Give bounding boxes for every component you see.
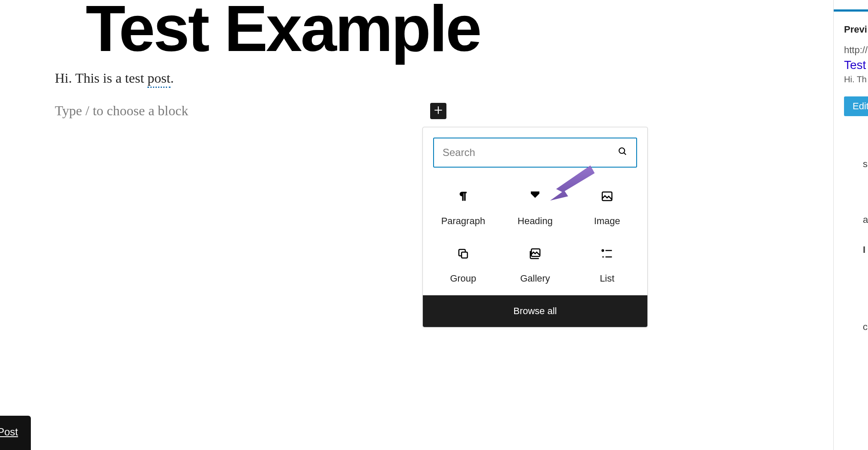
post-paragraph[interactable]: Hi. This is a test post. — [55, 70, 174, 86]
block-option-list[interactable]: List — [571, 240, 643, 284]
block-search-input[interactable]: Search — [433, 138, 637, 168]
block-option-image[interactable]: Image — [571, 182, 643, 227]
settings-sidebar: Previ http:// Test Hi. Th Edit s a I c — [833, 0, 868, 450]
view-post-snackbar[interactable]: w Post — [0, 416, 31, 450]
sidebar-cutoff-letter: I — [863, 244, 865, 255]
paragraph-icon — [457, 190, 469, 205]
sidebar-cutoff-letter: a — [863, 214, 868, 225]
block-option-gallery[interactable]: Gallery — [499, 240, 571, 284]
active-tab-indicator — [834, 9, 868, 12]
block-option-label: List — [600, 273, 614, 284]
block-option-label: Paragraph — [441, 216, 485, 227]
block-option-heading[interactable]: Heading — [499, 182, 571, 227]
sidebar-cutoff-letter: c — [863, 321, 868, 333]
paragraph-text-underlined: post — [147, 70, 170, 88]
edit-snippet-button[interactable]: Edit — [844, 96, 868, 116]
block-option-label: Gallery — [520, 273, 550, 284]
add-block-button[interactable] — [430, 103, 446, 119]
search-icon — [617, 146, 628, 159]
group-icon — [457, 247, 470, 263]
svg-rect-3 — [461, 252, 467, 258]
svg-point-5 — [602, 250, 604, 252]
preview-label: Previ — [844, 24, 868, 35]
post-title[interactable]: Test Example — [86, 0, 480, 61]
svg-point-0 — [619, 148, 625, 153]
block-option-paragraph[interactable]: Paragraph — [427, 182, 499, 227]
block-search-placeholder: Search — [443, 147, 617, 159]
block-inserter-popover: Search Paragraph He — [422, 127, 648, 327]
preview-url: http:// — [844, 45, 868, 56]
paragraph-text-suffix: . — [171, 70, 174, 86]
sidebar-cutoff-letter: s — [863, 159, 868, 170]
preview-excerpt: Hi. Th — [844, 75, 868, 84]
paragraph-text-prefix: Hi. This is a test — [55, 70, 147, 86]
heading-icon — [529, 190, 542, 205]
gallery-icon — [529, 247, 542, 263]
browse-all-button[interactable]: Browse all — [423, 295, 647, 327]
block-option-group[interactable]: Group — [427, 240, 499, 284]
block-placeholder[interactable]: Type / to choose a block — [55, 103, 188, 119]
snackbar-link[interactable]: w Post — [0, 426, 18, 438]
plus-icon — [433, 105, 444, 117]
preview-title-link[interactable]: Test — [844, 58, 868, 72]
list-icon — [601, 247, 614, 263]
block-option-label: Heading — [518, 216, 553, 227]
block-option-label: Image — [594, 216, 620, 227]
block-search-wrapper: Search — [423, 127, 647, 178]
image-icon — [601, 190, 614, 205]
block-option-label: Group — [450, 273, 476, 284]
